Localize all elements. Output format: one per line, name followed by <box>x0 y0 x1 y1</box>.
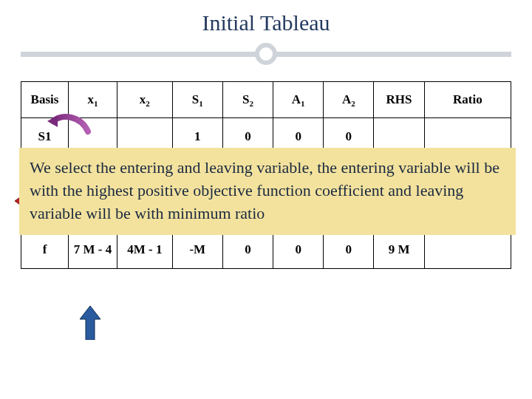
col-s2: S2 <box>222 82 273 118</box>
col-a1: A1 <box>273 82 324 118</box>
f-row: f 7 M - 4 4M - 1 -M 0 0 0 9 M <box>21 231 511 269</box>
f-a2: 0 <box>324 231 374 269</box>
f-x2: 4M - 1 <box>117 231 173 269</box>
callout-text: We select the entering and leaving varia… <box>30 158 499 222</box>
col-ratio: Ratio <box>424 82 511 118</box>
f-rhs: 9 M <box>374 231 424 269</box>
f-s1: -M <box>172 231 222 269</box>
f-s2: 0 <box>222 231 273 269</box>
col-x2: x2 <box>117 82 173 118</box>
arrow-curve-icon <box>47 111 92 139</box>
svg-marker-0 <box>47 115 58 127</box>
f-ratio <box>424 231 511 269</box>
page-title: Initial Tableau <box>21 10 511 35</box>
slide-root: Initial Tableau Basis x1 x2 S1 S2 A1 A2 <box>0 0 532 399</box>
col-a2: A2 <box>324 82 374 118</box>
title-ring <box>255 43 277 65</box>
f-x1: 7 M - 4 <box>68 231 117 269</box>
callout-box: We select the entering and leaving varia… <box>19 148 516 235</box>
col-s1: S1 <box>172 82 222 118</box>
col-rhs: RHS <box>374 82 424 118</box>
table-header-row: Basis x1 x2 S1 S2 A1 A2 RHS Ratio <box>21 82 511 118</box>
f-label: f <box>21 231 69 269</box>
svg-marker-2 <box>80 306 100 340</box>
title-underline <box>21 43 511 65</box>
arrow-up-icon <box>80 306 100 343</box>
f-a1: 0 <box>273 231 324 269</box>
